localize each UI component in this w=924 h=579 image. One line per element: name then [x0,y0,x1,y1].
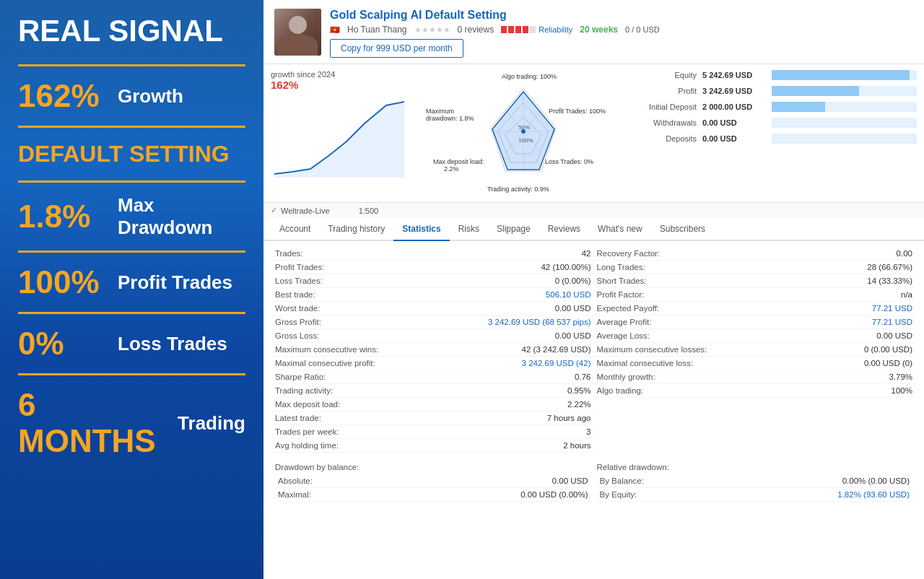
tab-risks[interactable]: Risks [450,218,488,241]
by-equity-row: By Equity: 1.82% (93.60 USD) [597,488,913,502]
svg-text:100%: 100% [518,137,533,144]
profit-label: Profit Trades [118,271,232,294]
signal-header: Gold Scalping AI Default Setting 🇻🇳 Ho T… [263,0,924,64]
tab-whats-new[interactable]: What's new [589,218,651,241]
broker-name: Weltrade-Live [281,206,330,215]
equity-row: Profit 3 242.69 USD [632,86,917,96]
equity-bar-container [772,86,917,96]
absolute-value: 0.00 USD [552,476,588,485]
stat-val: 0.00 USD (0) [864,359,912,367]
stat-key: Short Trades: [597,277,647,285]
radar-drawdown-label: Maximum [426,108,454,115]
stat-key: Sharpe Ratio: [275,373,326,381]
divider-4 [18,251,245,253]
stat-key: Max deposit load: [275,400,340,409]
maximal-row: Maximal: 0.00 USD (0.00%) [275,488,591,502]
reviews-count: 0 reviews [458,25,494,35]
stat-key: Monthly growth: [597,373,655,381]
svg-text:50%: 50% [518,124,530,131]
flag-icon: 🇻🇳 [330,25,340,35]
stat-line: Loss Trades: 0 (0.00%) [272,274,594,288]
equity-row-label: Withdrawals [632,118,697,127]
stat-key: Worst trade: [275,304,320,313]
profit-value: 100% [18,264,112,300]
stat-line: Latest trade: 7 hours ago [272,412,594,425]
radar-chart-svg: Algo trading: 100% Profit Trades: 100% L… [422,70,624,196]
stat-line: Worst trade: 0.00 USD [272,302,594,315]
growth-label: Growth [118,85,183,108]
drawdown-relative-title: Relative drawdown: [597,463,913,471]
copy-button[interactable]: Copy for 999 USD per month [330,39,463,58]
equity-bar [772,102,825,112]
stats-col-left: Trades: 42 Profit Trades: 42 (100.00%) L… [272,247,594,453]
stat-line: Best trade: 506.10 USD [272,288,594,302]
stat-key: Trades per week: [275,427,339,436]
stat-key: Loss Trades: [275,277,323,285]
months-row: 6 MONTHS Trading [18,381,245,465]
equity-row-value: 0.00 USD [702,118,767,127]
months-value: 6 MONTHS [18,387,170,459]
stat-val: 0 (0.00%) [555,277,591,285]
stat-val: 0.95% [567,386,591,395]
divider-1 [18,64,245,66]
stat-key: Maximal consecutive loss: [597,359,694,367]
equity-row-label: Deposits [632,134,697,143]
stat-val: 0.00 USD [555,331,591,340]
radar-algo-label: Algo trading: 100% [502,73,557,80]
divider-6 [18,373,245,375]
tab-slippage[interactable]: Slippage [488,218,539,241]
divider-5 [18,312,245,314]
stat-val: 0.76 [575,373,590,381]
equity-bar-container [772,102,917,112]
stat-val: 3 242.69 USD (42) [522,359,591,367]
charts-area: growth since 2024 162% Algo trading: 100… [263,64,924,203]
radar-loss-label: Loss Trades: 0% [545,158,593,165]
drawdown-row: 1.8% Max Drawdown [18,188,245,245]
stat-val: 14 (33.33%) [867,277,912,285]
equity-bar [772,70,910,80]
stat-val: 3 [586,427,590,436]
stat-val: 77.21 USD [872,304,912,313]
stars-icon: ★★★★★ [414,25,450,35]
stat-line: Expected Payoff: 77.21 USD [594,302,916,315]
loss-value: 0% [18,326,112,362]
absolute-row: Absolute: 0.00 USD [275,474,591,488]
weeks-badge: 20 weeks [580,25,618,35]
by-balance-value: 0.00% (0.00 USD) [842,476,910,485]
absolute-label: Absolute: [278,476,313,485]
drawdown-right: Relative drawdown: By Balance: 0.00% (0.… [594,458,916,506]
stat-key: Maximal consecutive profit: [275,359,375,367]
stat-key: Maximum consecutive losses: [597,345,707,354]
tab-statistics[interactable]: Statistics [393,218,449,241]
growth-value: 162% [18,78,112,114]
drawdown-left: Drawdown by balance: Absolute: 0.00 USD … [272,458,594,506]
stat-val: 3 242.69 USD (68 537 pips) [488,318,591,326]
stat-val: 506.10 USD [546,290,591,299]
broker-checkmark: ✓ [271,206,277,215]
stats-col-right: Recovery Factor: 0.00 Long Trades: 28 (6… [594,247,916,453]
equity-row: Deposits 0.00 USD [632,134,917,144]
stat-val: 42 (100.00%) [541,263,590,271]
reliability-bar: Reliability [501,25,572,34]
maximal-value: 0.00 USD (0.00%) [520,490,588,499]
stats-content: Trades: 42 Profit Trades: 42 (100.00%) L… [263,241,924,579]
growth-chart-value: 162% [271,79,415,91]
stat-line: Recovery Factor: 0.00 [594,247,916,261]
by-equity-value: 1.82% (93.60 USD) [837,490,910,499]
stat-key: Average Loss: [597,331,650,340]
radar-activity-label: Trading activity: 0.9% [487,186,549,193]
drawdown-grid: Drawdown by balance: Absolute: 0.00 USD … [272,458,915,506]
tab-reviews[interactable]: Reviews [539,218,589,241]
stat-val: 42 (3 242.69 USD) [522,345,591,354]
tab-subscribers[interactable]: Subscribers [651,218,714,241]
equity-rows: Equity 5 242.69 USD Profit 3 242.69 USD … [632,70,917,144]
tab-trading-history[interactable]: Trading history [319,218,393,241]
stat-line: Trading activity: 0.95% [272,384,594,398]
reliability-label: Reliability [539,25,572,34]
tab-account[interactable]: Account [271,218,319,241]
stat-line: Profit Factor: n/a [594,288,916,302]
stat-val: 7 hours ago [547,414,591,422]
stat-line: Gross Profit: 3 242.69 USD (68 537 pips) [272,315,594,329]
stat-line: Gross Loss: 0.00 USD [272,329,594,343]
stat-val: n/a [901,290,912,299]
